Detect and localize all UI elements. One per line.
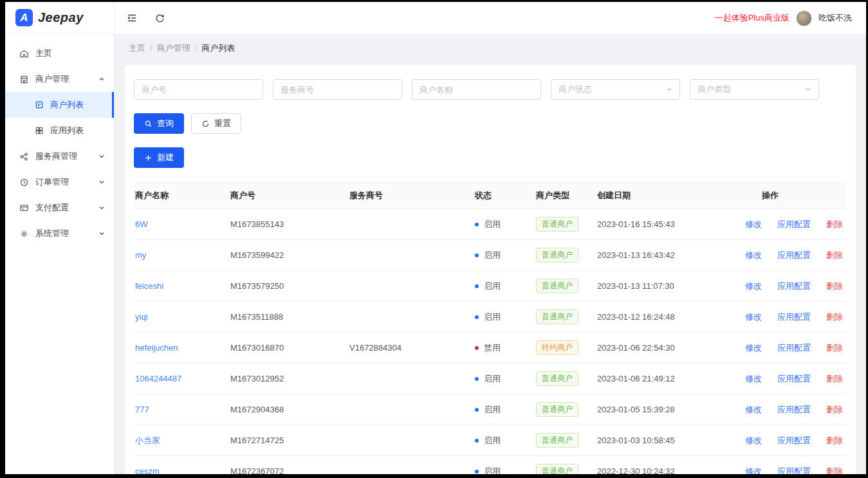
top-bar: 一起体验Plus商业版 吃饭不洗: [115, 2, 866, 34]
sidebar-item-merchant-management[interactable]: 商户管理: [5, 66, 114, 92]
mch-type-select[interactable]: 商户类型: [690, 79, 819, 100]
merchant-name-link[interactable]: 777: [135, 405, 149, 414]
plus-promo-link[interactable]: 一起体验Plus商业版: [715, 12, 790, 24]
delete-link[interactable]: 删除: [826, 219, 843, 229]
delete-link[interactable]: 删除: [826, 250, 843, 260]
sidebar-item-system-management[interactable]: 系统管理: [5, 221, 114, 246]
logo[interactable]: A Jeepay: [5, 2, 114, 34]
merchant-name-cell: feiceshi: [134, 271, 230, 302]
mch-name-input[interactable]: [412, 79, 541, 100]
sidebar: A Jeepay 主页 商户管理 商户列表 应用列表: [5, 2, 115, 474]
status-dot: [475, 408, 479, 412]
state-cell: 启用: [475, 425, 536, 456]
delete-link[interactable]: 删除: [826, 466, 843, 475]
reset-button[interactable]: 重置: [191, 113, 241, 134]
merchant-name-cell: hefeijuchen: [134, 333, 230, 363]
edit-link[interactable]: 修改: [745, 436, 762, 445]
username[interactable]: 吃饭不洗: [818, 12, 852, 24]
status-dot: [475, 284, 479, 288]
column-header: 状态: [475, 183, 536, 209]
isv-no-cell: [349, 271, 475, 302]
state-cell: 启用: [475, 394, 536, 425]
app-config-link[interactable]: 应用配置: [777, 405, 811, 414]
actions-cell: 修改应用配置删除: [745, 425, 847, 456]
merchant-name-link[interactable]: 1064244487: [135, 374, 181, 383]
table-header-row: 商户名称商户号服务商号状态商户类型创建日期操作: [134, 183, 847, 209]
sidebar-item-app-list[interactable]: 应用列表: [5, 118, 114, 143]
merchant-table: 商户名称商户号服务商号状态商户类型创建日期操作 6WM1673855143启用普…: [134, 182, 847, 474]
isv-no-cell: [349, 363, 475, 394]
sidebar-item-pay-config[interactable]: 支付配置: [5, 195, 114, 221]
reload-icon[interactable]: [154, 13, 165, 24]
menu-fold-icon[interactable]: [126, 12, 138, 24]
status-dot: [475, 377, 479, 381]
app-config-link[interactable]: 应用配置: [777, 219, 811, 229]
query-button[interactable]: 查询: [134, 113, 184, 134]
sidebar-item-merchant-list[interactable]: 商户列表: [5, 92, 114, 118]
merchant-name-link[interactable]: my: [135, 250, 146, 260]
status-dot: [475, 223, 479, 226]
edit-link[interactable]: 修改: [745, 405, 762, 414]
edit-link[interactable]: 修改: [745, 250, 762, 260]
type-cell: 普通商户: [536, 425, 597, 456]
mch-no-input[interactable]: [134, 79, 263, 100]
merchant-no-cell: M1673012952: [230, 363, 349, 394]
merchant-no-cell: M1673855143: [230, 209, 349, 240]
merchant-no-cell: M1672904368: [230, 394, 349, 425]
status-dot: [475, 470, 479, 473]
column-header: 商户类型: [536, 183, 597, 209]
state-cell: 禁用: [475, 333, 536, 363]
delete-link[interactable]: 删除: [826, 343, 843, 353]
sidebar-item-order-management[interactable]: 订单管理: [5, 169, 114, 195]
app-config-link[interactable]: 应用配置: [777, 312, 811, 322]
merchant-name-link[interactable]: ceszm: [135, 466, 160, 474]
status-dot: [475, 346, 479, 350]
avatar[interactable]: [796, 10, 812, 26]
type-cell: 特约商户: [536, 333, 597, 363]
breadcrumb-merchant-management[interactable]: 商户管理: [157, 43, 190, 53]
merchant-type-badge: 特约商户: [536, 340, 578, 355]
edit-link[interactable]: 修改: [745, 312, 762, 322]
merchant-name-link[interactable]: feiceshi: [135, 281, 163, 291]
delete-link[interactable]: 删除: [826, 281, 843, 291]
column-header: 商户号: [230, 183, 349, 209]
delete-link[interactable]: 删除: [826, 374, 843, 383]
edit-link[interactable]: 修改: [745, 343, 762, 353]
status-label: 启用: [484, 250, 501, 260]
mch-state-select[interactable]: 商户状态: [551, 79, 680, 100]
app-config-link[interactable]: 应用配置: [777, 343, 811, 353]
sidebar-item-label: 服务商管理: [35, 151, 92, 162]
column-header: 商户名称: [134, 183, 230, 209]
table-body: 6WM1673855143启用普通商户2023-01-16 15:45:43修改…: [134, 209, 847, 475]
merchant-name-link[interactable]: hefeijuchen: [135, 343, 178, 353]
merchant-name-link[interactable]: 6W: [135, 219, 148, 229]
app-config-link[interactable]: 应用配置: [777, 374, 811, 383]
isv-no-input[interactable]: [273, 79, 402, 100]
merchant-name-link[interactable]: 小当家: [135, 436, 160, 445]
delete-link[interactable]: 删除: [826, 405, 843, 414]
edit-link[interactable]: 修改: [745, 374, 762, 383]
edit-link[interactable]: 修改: [745, 466, 762, 475]
chevron-down-icon: [98, 205, 105, 211]
merchant-name-link[interactable]: yiqi: [135, 312, 148, 322]
app-config-link[interactable]: 应用配置: [777, 281, 811, 291]
edit-link[interactable]: 修改: [745, 219, 762, 229]
table-row: myM1673599422启用普通商户2023-01-13 16:43:42修改…: [134, 240, 847, 271]
table-row: 1064244487M1673012952启用普通商户2023-01-06 21…: [134, 363, 847, 394]
created-date-cell: 2022-12-30 10:24:32: [597, 456, 745, 475]
chevron-down-icon: [805, 86, 811, 93]
breadcrumb-home[interactable]: 主页: [129, 43, 145, 53]
app-config-link[interactable]: 应用配置: [777, 250, 811, 260]
edit-link[interactable]: 修改: [745, 281, 762, 291]
sidebar-item-isv-management[interactable]: 服务商管理: [5, 143, 114, 169]
app-config-link[interactable]: 应用配置: [777, 466, 811, 475]
sidebar-submenu-merchant: 商户列表 应用列表: [5, 92, 114, 143]
delete-link[interactable]: 删除: [826, 312, 843, 322]
app-config-link[interactable]: 应用配置: [777, 436, 811, 445]
filter-form: 商户状态 商户类型: [134, 79, 847, 100]
created-date-cell: 2023-01-16 15:45:43: [597, 209, 745, 240]
sidebar-item-home[interactable]: 主页: [5, 41, 114, 66]
created-date-cell: 2023-01-06 21:49:12: [597, 363, 745, 394]
create-button[interactable]: 新建: [134, 147, 184, 168]
delete-link[interactable]: 删除: [826, 436, 843, 445]
